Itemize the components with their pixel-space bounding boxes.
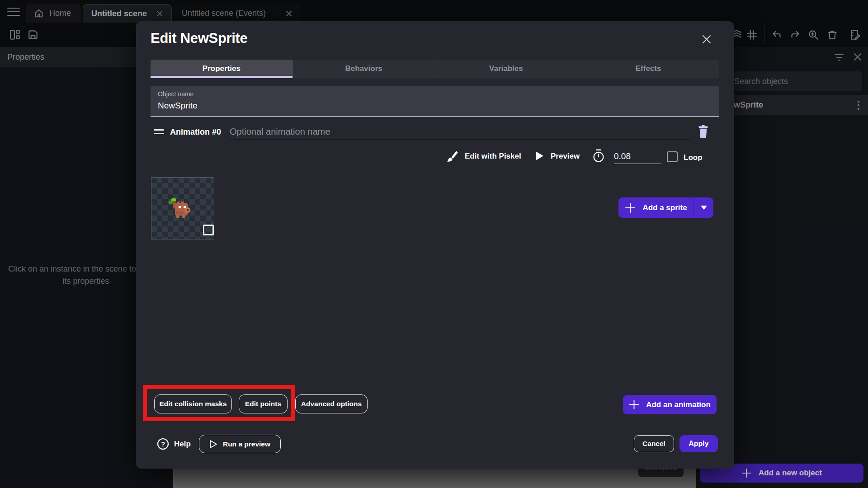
time-between-frames-icon: [592, 149, 605, 163]
add-sprite-label: Add a sprite: [642, 203, 687, 212]
plus-icon: [629, 399, 639, 410]
delete-animation-icon[interactable]: [697, 125, 709, 138]
apply-label: Apply: [689, 440, 708, 448]
tab-properties-label: Properties: [203, 64, 241, 73]
add-animation-button[interactable]: Add an animation: [623, 395, 717, 414]
play-outline-icon: [209, 440, 217, 449]
tab-variables[interactable]: Variables: [435, 60, 577, 78]
object-name-field-label: Object name: [158, 90, 712, 98]
edit-collision-masks-label: Edit collision masks: [159, 400, 226, 408]
object-name-field-value: NewSprite: [158, 101, 712, 111]
drag-handle-icon[interactable]: [154, 129, 164, 134]
animation-name-input[interactable]: [230, 125, 690, 139]
edit-points-button[interactable]: Edit points: [239, 394, 288, 413]
edit-with-piskel-icon[interactable]: [446, 150, 458, 162]
loop-label: Loop: [684, 153, 703, 162]
advanced-options-label: Advanced options: [301, 400, 362, 408]
animation-label: Animation #0: [170, 127, 221, 137]
edit-points-label: Edit points: [245, 400, 281, 408]
add-sprite-split-button: Add a sprite: [618, 197, 713, 218]
tab-variables-label: Variables: [489, 64, 523, 73]
tab-effects-label: Effects: [636, 64, 661, 73]
help-label[interactable]: Help: [174, 440, 191, 449]
add-sprite-dropdown-button[interactable]: [693, 197, 713, 218]
edit-collision-masks-button[interactable]: Edit collision masks: [154, 394, 232, 413]
time-between-frames-input[interactable]: [614, 149, 661, 164]
tab-behaviors-label: Behaviors: [345, 64, 382, 73]
loop-checkbox[interactable]: [667, 151, 678, 162]
tab-behaviors[interactable]: Behaviors: [292, 60, 435, 78]
apply-button[interactable]: Apply: [679, 435, 718, 452]
dialog-tab-bar: Properties Behaviors Variables Effects: [151, 60, 719, 78]
tab-effects[interactable]: Effects: [577, 60, 719, 78]
tab-properties[interactable]: Properties: [151, 60, 292, 78]
chevron-down-icon: [701, 206, 707, 210]
preview-label[interactable]: Preview: [551, 152, 580, 161]
run-preview-button[interactable]: Run a preview: [199, 435, 281, 453]
close-dialog-icon[interactable]: [700, 33, 713, 46]
sprite-frame-thumbnail[interactable]: [151, 177, 214, 239]
cancel-label: Cancel: [642, 440, 665, 448]
gdevelop-app: Home Untitled scene Untitled scene (Even…: [0, 0, 868, 488]
edit-with-piskel-label[interactable]: Edit with Piskel: [465, 152, 521, 161]
preview-play-icon[interactable]: [536, 151, 543, 160]
dialog-title: Edit NewSprite: [151, 30, 248, 47]
frame-select-checkbox[interactable]: [203, 225, 214, 235]
pig-sprite-image: [168, 198, 193, 221]
add-sprite-button[interactable]: Add a sprite: [618, 197, 693, 218]
edit-sprite-dialog: Edit NewSprite Properties Behaviors Vari…: [136, 21, 734, 469]
cancel-button[interactable]: Cancel: [634, 435, 674, 452]
plus-icon: [625, 202, 636, 213]
object-name-field[interactable]: Object name NewSprite: [151, 86, 719, 117]
add-animation-label: Add an animation: [646, 400, 711, 409]
help-icon[interactable]: ?: [157, 438, 169, 450]
svg-text:?: ?: [161, 440, 165, 448]
run-preview-label: Run a preview: [223, 440, 270, 448]
advanced-options-button[interactable]: Advanced options: [295, 394, 368, 413]
